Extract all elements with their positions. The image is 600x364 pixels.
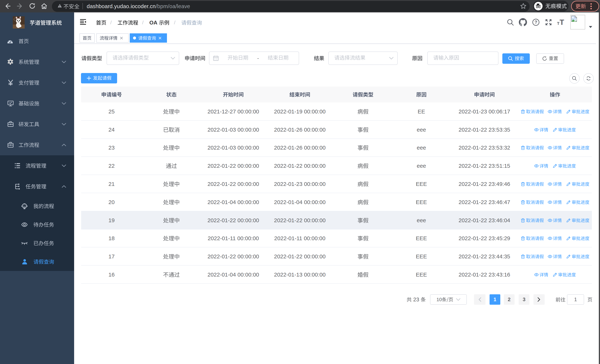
- svg-text:T: T: [557, 21, 560, 26]
- svg-text:T: T: [560, 19, 564, 26]
- svg-text:?: ?: [534, 20, 537, 25]
